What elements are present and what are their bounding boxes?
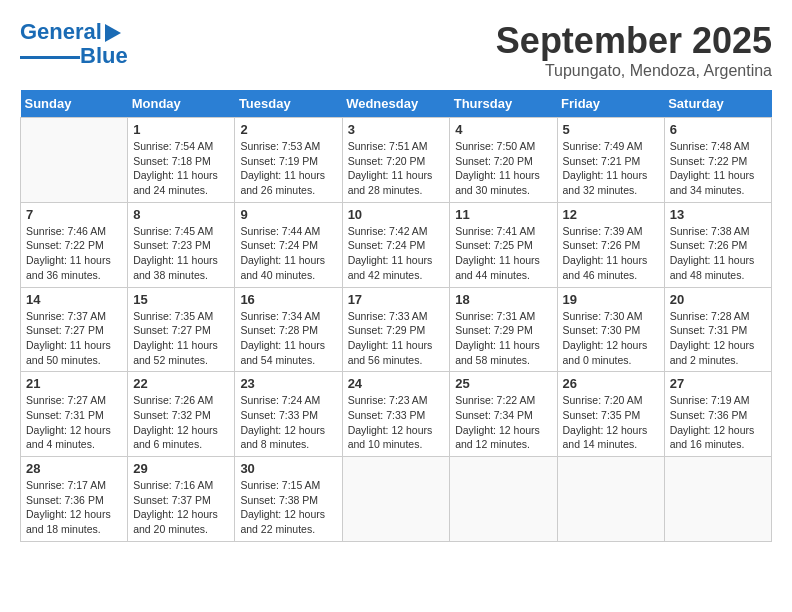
logo-blue: Blue	[80, 44, 128, 68]
day-info: Sunrise: 7:16 AMSunset: 7:37 PMDaylight:…	[133, 478, 229, 537]
day-number: 24	[348, 376, 445, 391]
calendar-cell: 7Sunrise: 7:46 AMSunset: 7:22 PMDaylight…	[21, 202, 128, 287]
calendar-cell: 17Sunrise: 7:33 AMSunset: 7:29 PMDayligh…	[342, 287, 450, 372]
day-info: Sunrise: 7:50 AMSunset: 7:20 PMDaylight:…	[455, 139, 551, 198]
week-row-5: 28Sunrise: 7:17 AMSunset: 7:36 PMDayligh…	[21, 457, 772, 542]
week-row-2: 7Sunrise: 7:46 AMSunset: 7:22 PMDaylight…	[21, 202, 772, 287]
logo: General Blue	[20, 20, 128, 68]
day-info: Sunrise: 7:48 AMSunset: 7:22 PMDaylight:…	[670, 139, 766, 198]
day-number: 18	[455, 292, 551, 307]
header-saturday: Saturday	[664, 90, 771, 118]
calendar-cell: 24Sunrise: 7:23 AMSunset: 7:33 PMDayligh…	[342, 372, 450, 457]
day-number: 2	[240, 122, 336, 137]
header-monday: Monday	[128, 90, 235, 118]
logo-text: General	[20, 20, 121, 44]
calendar-cell: 10Sunrise: 7:42 AMSunset: 7:24 PMDayligh…	[342, 202, 450, 287]
calendar-cell: 13Sunrise: 7:38 AMSunset: 7:26 PMDayligh…	[664, 202, 771, 287]
month-title: September 2025	[496, 20, 772, 62]
calendar-cell: 30Sunrise: 7:15 AMSunset: 7:38 PMDayligh…	[235, 457, 342, 542]
calendar-cell: 19Sunrise: 7:30 AMSunset: 7:30 PMDayligh…	[557, 287, 664, 372]
day-info: Sunrise: 7:39 AMSunset: 7:26 PMDaylight:…	[563, 224, 659, 283]
day-number: 12	[563, 207, 659, 222]
day-info: Sunrise: 7:42 AMSunset: 7:24 PMDaylight:…	[348, 224, 445, 283]
day-info: Sunrise: 7:22 AMSunset: 7:34 PMDaylight:…	[455, 393, 551, 452]
calendar-cell: 5Sunrise: 7:49 AMSunset: 7:21 PMDaylight…	[557, 118, 664, 203]
day-info: Sunrise: 7:17 AMSunset: 7:36 PMDaylight:…	[26, 478, 122, 537]
calendar-cell: 25Sunrise: 7:22 AMSunset: 7:34 PMDayligh…	[450, 372, 557, 457]
calendar-cell: 16Sunrise: 7:34 AMSunset: 7:28 PMDayligh…	[235, 287, 342, 372]
day-info: Sunrise: 7:41 AMSunset: 7:25 PMDaylight:…	[455, 224, 551, 283]
day-number: 7	[26, 207, 122, 222]
calendar-cell	[342, 457, 450, 542]
calendar-cell: 9Sunrise: 7:44 AMSunset: 7:24 PMDaylight…	[235, 202, 342, 287]
calendar-cell: 22Sunrise: 7:26 AMSunset: 7:32 PMDayligh…	[128, 372, 235, 457]
week-row-4: 21Sunrise: 7:27 AMSunset: 7:31 PMDayligh…	[21, 372, 772, 457]
day-info: Sunrise: 7:30 AMSunset: 7:30 PMDaylight:…	[563, 309, 659, 368]
day-number: 26	[563, 376, 659, 391]
day-info: Sunrise: 7:15 AMSunset: 7:38 PMDaylight:…	[240, 478, 336, 537]
calendar-body: 1Sunrise: 7:54 AMSunset: 7:18 PMDaylight…	[21, 118, 772, 542]
calendar-cell: 18Sunrise: 7:31 AMSunset: 7:29 PMDayligh…	[450, 287, 557, 372]
day-info: Sunrise: 7:45 AMSunset: 7:23 PMDaylight:…	[133, 224, 229, 283]
day-number: 6	[670, 122, 766, 137]
day-info: Sunrise: 7:53 AMSunset: 7:19 PMDaylight:…	[240, 139, 336, 198]
day-info: Sunrise: 7:54 AMSunset: 7:18 PMDaylight:…	[133, 139, 229, 198]
calendar-cell: 8Sunrise: 7:45 AMSunset: 7:23 PMDaylight…	[128, 202, 235, 287]
page-header: General Blue September 2025 Tupungato, M…	[20, 20, 772, 80]
day-number: 19	[563, 292, 659, 307]
day-info: Sunrise: 7:46 AMSunset: 7:22 PMDaylight:…	[26, 224, 122, 283]
day-info: Sunrise: 7:37 AMSunset: 7:27 PMDaylight:…	[26, 309, 122, 368]
day-number: 5	[563, 122, 659, 137]
calendar-cell	[557, 457, 664, 542]
calendar-table: SundayMondayTuesdayWednesdayThursdayFrid…	[20, 90, 772, 542]
day-info: Sunrise: 7:28 AMSunset: 7:31 PMDaylight:…	[670, 309, 766, 368]
header-thursday: Thursday	[450, 90, 557, 118]
week-row-3: 14Sunrise: 7:37 AMSunset: 7:27 PMDayligh…	[21, 287, 772, 372]
day-number: 20	[670, 292, 766, 307]
day-number: 15	[133, 292, 229, 307]
day-number: 11	[455, 207, 551, 222]
day-info: Sunrise: 7:24 AMSunset: 7:33 PMDaylight:…	[240, 393, 336, 452]
day-number: 8	[133, 207, 229, 222]
calendar-cell: 14Sunrise: 7:37 AMSunset: 7:27 PMDayligh…	[21, 287, 128, 372]
day-number: 13	[670, 207, 766, 222]
title-section: September 2025 Tupungato, Mendoza, Argen…	[496, 20, 772, 80]
day-number: 28	[26, 461, 122, 476]
calendar-cell	[450, 457, 557, 542]
day-info: Sunrise: 7:19 AMSunset: 7:36 PMDaylight:…	[670, 393, 766, 452]
day-number: 3	[348, 122, 445, 137]
calendar-cell	[21, 118, 128, 203]
calendar-cell: 3Sunrise: 7:51 AMSunset: 7:20 PMDaylight…	[342, 118, 450, 203]
day-info: Sunrise: 7:49 AMSunset: 7:21 PMDaylight:…	[563, 139, 659, 198]
header-wednesday: Wednesday	[342, 90, 450, 118]
calendar-cell: 2Sunrise: 7:53 AMSunset: 7:19 PMDaylight…	[235, 118, 342, 203]
day-number: 10	[348, 207, 445, 222]
calendar-cell: 1Sunrise: 7:54 AMSunset: 7:18 PMDaylight…	[128, 118, 235, 203]
header-sunday: Sunday	[21, 90, 128, 118]
day-number: 29	[133, 461, 229, 476]
header-tuesday: Tuesday	[235, 90, 342, 118]
day-info: Sunrise: 7:44 AMSunset: 7:24 PMDaylight:…	[240, 224, 336, 283]
day-number: 27	[670, 376, 766, 391]
day-number: 4	[455, 122, 551, 137]
day-info: Sunrise: 7:20 AMSunset: 7:35 PMDaylight:…	[563, 393, 659, 452]
day-number: 25	[455, 376, 551, 391]
calendar-cell	[664, 457, 771, 542]
day-number: 16	[240, 292, 336, 307]
calendar-cell: 4Sunrise: 7:50 AMSunset: 7:20 PMDaylight…	[450, 118, 557, 203]
day-number: 1	[133, 122, 229, 137]
day-info: Sunrise: 7:51 AMSunset: 7:20 PMDaylight:…	[348, 139, 445, 198]
day-number: 17	[348, 292, 445, 307]
calendar-cell: 21Sunrise: 7:27 AMSunset: 7:31 PMDayligh…	[21, 372, 128, 457]
day-number: 22	[133, 376, 229, 391]
location-subtitle: Tupungato, Mendoza, Argentina	[496, 62, 772, 80]
calendar-cell: 11Sunrise: 7:41 AMSunset: 7:25 PMDayligh…	[450, 202, 557, 287]
calendar-cell: 15Sunrise: 7:35 AMSunset: 7:27 PMDayligh…	[128, 287, 235, 372]
day-info: Sunrise: 7:23 AMSunset: 7:33 PMDaylight:…	[348, 393, 445, 452]
day-info: Sunrise: 7:34 AMSunset: 7:28 PMDaylight:…	[240, 309, 336, 368]
logo-underline	[20, 56, 80, 59]
calendar-cell: 28Sunrise: 7:17 AMSunset: 7:36 PMDayligh…	[21, 457, 128, 542]
day-number: 30	[240, 461, 336, 476]
calendar-cell: 12Sunrise: 7:39 AMSunset: 7:26 PMDayligh…	[557, 202, 664, 287]
day-info: Sunrise: 7:33 AMSunset: 7:29 PMDaylight:…	[348, 309, 445, 368]
